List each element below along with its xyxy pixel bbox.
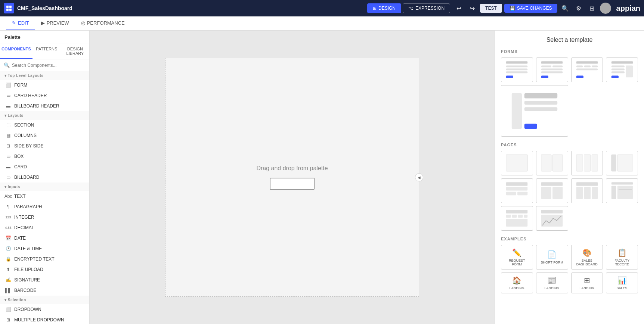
sales-dashboard-label: SALES DASHBOARD [575,259,600,266]
svg-rect-48 [576,187,583,199]
item-form[interactable]: ⬜ FORM [0,80,89,90]
examples-label: EXAMPLES [501,237,638,241]
item-date-time[interactable]: 🕐 DATE & TIME [0,243,89,254]
item-card[interactable]: ▬ CARD [0,162,89,172]
tab-design-library[interactable]: DESIGN LIBRARY [61,44,89,59]
redo-button[interactable]: ↪ [467,3,478,14]
example-faculty-record[interactable]: 📋 FACULTY RECORD [606,245,638,270]
item-side-by-side[interactable]: ⊟ SIDE BY SIDE [0,141,89,151]
svg-rect-43 [517,192,527,196]
svg-rect-30 [524,107,557,111]
sales-icon: 📊 [617,276,627,285]
svg-rect-42 [506,192,516,196]
template-title: Select a template [501,37,638,43]
item-dropdown[interactable]: ⬜ DROPDOWN [0,304,89,315]
undo-button[interactable]: ↩ [453,3,464,14]
example-landing-1[interactable]: 🏠 LANDING [501,272,533,293]
example-landing-2[interactable]: 📰 LANDING [536,272,568,293]
svg-rect-11 [552,66,563,68]
form-template-1[interactable] [501,57,533,82]
page-template-7[interactable] [571,178,603,203]
item-multiple-dropdown[interactable]: ⊞ MULTIPLE DROPDOWN [0,315,89,324]
example-sales[interactable]: 📊 SALES [606,272,638,293]
topbar-actions: ↩ ↪ TEST 💾 SAVE CHANGES 🔍 ⚙ ⊞ appian [453,3,640,14]
item-columns[interactable]: ▦ COLUMNS [0,130,89,141]
example-request-form[interactable]: ✏️ REQUEST FORM [501,245,533,270]
svg-rect-59 [518,215,523,218]
user-avatar[interactable] [600,3,611,14]
svg-rect-0 [6,6,9,8]
form-template-4[interactable] [606,57,638,82]
page-template-3[interactable] [571,151,603,175]
page-template-2[interactable] [536,151,568,175]
svg-rect-60 [524,215,528,218]
svg-rect-53 [617,186,633,199]
item-card-header[interactable]: ▭ CARD HEADER [0,90,89,101]
item-barcode[interactable]: ▌▌ BARCODE [0,285,89,296]
item-signature[interactable]: ✍ SIGNATURE [0,275,89,285]
page-template-8[interactable] [606,178,638,203]
example-short-form[interactable]: 📄 SHORT FORM [536,245,568,270]
svg-rect-40 [506,183,528,186]
tab-edit[interactable]: ✎ EDIT [6,17,35,29]
item-text[interactable]: Abc TEXT [0,191,89,202]
page-template-1[interactable] [501,151,533,175]
apps-button[interactable]: ⊞ [586,3,598,14]
item-integer[interactable]: 123 INTEGER [0,212,89,222]
form-template-3[interactable] [571,57,603,82]
settings-button[interactable]: ⚙ [573,3,584,14]
page-template-9[interactable] [501,206,533,231]
collapse-sidebar-btn[interactable]: ◀ [415,173,423,181]
svg-rect-23 [626,66,633,78]
item-box[interactable]: ▭ BOX [0,151,89,162]
faculty-record-label: FACULTY RECORD [609,259,635,266]
paragraph-icon: ¶ [5,204,11,210]
item-encrypted-text[interactable]: 🔒 ENCRYPTED TEXT [0,254,89,264]
item-paragraph[interactable]: ¶ PARAGRAPH [0,202,89,212]
canvas[interactable]: Drag and drop from palette ◀ [165,58,419,297]
dropdown-icon: ⬜ [5,306,11,312]
forms-label: FORMS [501,49,638,54]
item-section[interactable]: ⬚ SECTION [0,120,89,130]
preview-icon: ▶ [41,20,45,26]
edit-icon: ✎ [12,20,16,26]
tab-preview[interactable]: ▶ PREVIEW [35,17,75,29]
main-layout: Palette COMPONENTS PATTERNS DESIGN LIBRA… [0,31,644,324]
drag-hint: Drag and drop from palette [256,165,328,172]
page-template-4[interactable] [606,151,638,175]
form-template-2[interactable] [536,57,568,82]
item-file-upload[interactable]: ⬆ FILE UPLOAD [0,264,89,275]
palette-header: Palette [0,31,89,44]
tab-components[interactable]: COMPONENTS [0,44,32,59]
item-billboard[interactable]: ▭ BILLBOARD [0,172,89,183]
svg-rect-47 [576,183,598,186]
tab-performance[interactable]: ◎ PERFORMANCE [75,17,131,29]
svg-rect-27 [512,93,522,128]
search-input[interactable] [12,63,86,68]
page-template-5[interactable] [501,178,533,203]
section-selection: ▾ Selection [0,296,89,304]
svg-rect-8 [506,76,513,78]
item-date[interactable]: 📅 DATE [0,233,89,243]
item-billboard-header[interactable]: ▬ BILLBOARD HEADER [0,101,89,111]
form-template-5[interactable] [501,85,568,137]
drag-placeholder [270,178,315,190]
test-button[interactable]: TEST [480,4,502,13]
expression-tab[interactable]: ⌥ EXPRESSION [403,3,450,13]
search-button[interactable]: 🔍 [560,3,571,14]
design-tab[interactable]: ⊞ DESIGN [367,3,401,13]
svg-rect-52 [611,186,616,199]
forms-grid [501,57,638,137]
example-sales-dashboard[interactable]: 🎨 SALES DASHBOARD [571,245,603,270]
request-form-label: REQUEST FORM [504,259,530,266]
page-template-10[interactable] [536,206,568,231]
save-button[interactable]: 💾 SAVE CHANGES [504,4,557,13]
svg-rect-49 [584,187,591,199]
svg-rect-13 [541,72,563,74]
section-inputs: ▾ Inputs [0,183,89,191]
item-decimal[interactable]: 4.56 DECIMAL [0,222,89,233]
page-template-6[interactable] [536,178,568,203]
example-landing-3[interactable]: ⊞ LANDING [571,272,603,293]
landing1-icon: 🏠 [512,276,521,285]
tab-patterns[interactable]: PATTERNS [32,44,61,59]
